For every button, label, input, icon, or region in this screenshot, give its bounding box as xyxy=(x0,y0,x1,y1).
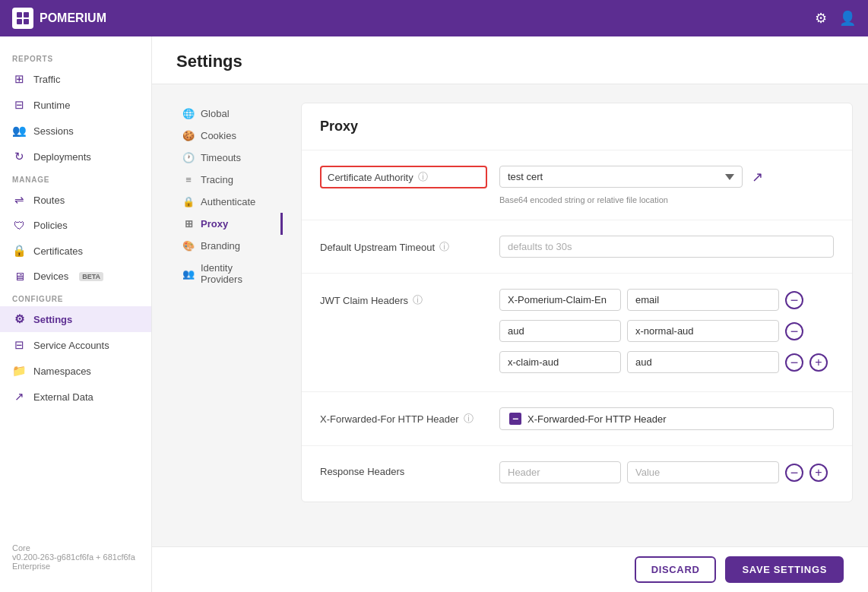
proxy-icon: ⊞ xyxy=(182,218,195,230)
x-forwarded-for-toggle[interactable]: − X-Forwarded-For HTTP Header xyxy=(499,407,834,430)
bottom-bar: DISCARD SAVE SETTINGS xyxy=(152,546,868,592)
subnav-item-cookies[interactable]: 🍪 Cookies xyxy=(176,125,283,147)
form-panel-title: Proxy xyxy=(302,103,852,150)
response-headers-row: Response Headers − + xyxy=(302,446,852,502)
jwt-row-0: − xyxy=(499,289,834,311)
logo: POMERIUM xyxy=(12,8,106,29)
jwt-remove-row-1-button[interactable]: − xyxy=(785,322,803,340)
jwt-value-2[interactable] xyxy=(627,351,779,373)
jwt-row-2: − + xyxy=(499,351,834,373)
sidebar-item-routes[interactable]: ⇌ Routes xyxy=(0,187,151,213)
jwt-add-row-button[interactable]: + xyxy=(809,353,828,372)
certificate-authority-select[interactable]: test cert xyxy=(499,166,743,188)
jwt-value-0[interactable] xyxy=(627,289,779,311)
edition-label: Enterprise xyxy=(12,562,139,571)
certificate-authority-hint: Base64 encoded string or relative file l… xyxy=(499,195,834,204)
discard-button[interactable]: DISCARD xyxy=(635,556,717,583)
jwt-claim-headers-label: JWT Claim Headers ⓘ xyxy=(320,289,487,307)
tracing-icon: ≡ xyxy=(182,174,195,185)
svg-rect-0 xyxy=(17,12,22,17)
subnav-item-branding[interactable]: 🎨 Branding xyxy=(176,235,283,257)
form-panel: Proxy Certificate Authority ⓘ test cert … xyxy=(301,103,853,502)
sidebar-item-runtime[interactable]: ⊟ Runtime xyxy=(0,92,151,118)
page-header: Settings xyxy=(152,36,868,84)
subnav-item-timeouts[interactable]: 🕐 Timeouts xyxy=(176,147,283,169)
jwt-row-1: − xyxy=(499,320,834,342)
external-data-icon: ↗ xyxy=(12,390,26,404)
top-navigation: POMERIUM ⚙ 👤 xyxy=(0,0,868,36)
namespaces-icon: 📁 xyxy=(12,364,26,378)
save-settings-button[interactable]: SAVE SETTINGS xyxy=(725,556,844,583)
manage-section-label: MANAGE xyxy=(0,169,151,187)
version-number: v0.200-263-g681cf6fa + 681cf6fa xyxy=(12,552,139,562)
sidebar-item-traffic[interactable]: ⊞ Traffic xyxy=(0,66,151,92)
certificate-authority-external-link-icon[interactable]: ↗ xyxy=(752,169,763,185)
subnav-item-authenticate[interactable]: 🔒 Authenticate xyxy=(176,191,283,213)
runtime-icon: ⊟ xyxy=(12,98,26,112)
sidebar-item-external-data[interactable]: ↗ External Data xyxy=(0,384,151,410)
jwt-claim-headers-controls: − − − + xyxy=(499,289,834,376)
cookies-icon: 🍪 xyxy=(182,130,195,141)
sidebar-item-policies[interactable]: 🛡 Policies xyxy=(0,213,151,238)
default-upstream-timeout-help-icon[interactable]: ⓘ xyxy=(439,240,449,254)
subnav-item-global[interactable]: 🌐 Global xyxy=(176,103,283,125)
logo-icon xyxy=(12,8,33,29)
certificate-authority-row: Certificate Authority ⓘ test cert ↗ Base… xyxy=(302,150,852,220)
devices-icon: 🖥 xyxy=(12,270,26,283)
page-title: Settings xyxy=(176,52,844,71)
sidebar-item-service-accounts[interactable]: ⊟ Service Accounts xyxy=(0,332,151,358)
response-header-key-input[interactable] xyxy=(499,461,621,483)
certificate-authority-label: Certificate Authority ⓘ xyxy=(320,166,487,188)
jwt-claim-headers-help-icon[interactable]: ⓘ xyxy=(413,293,423,307)
identity-providers-icon: 👥 xyxy=(182,268,195,280)
response-header-add-button[interactable]: + xyxy=(809,464,828,482)
jwt-key-0[interactable] xyxy=(499,289,621,311)
sidebar-item-namespaces[interactable]: 📁 Namespaces xyxy=(0,358,151,384)
routes-icon: ⇌ xyxy=(12,193,26,207)
global-icon: 🌐 xyxy=(182,108,195,119)
jwt-remove-row-0-button[interactable]: − xyxy=(785,291,803,309)
x-forwarded-for-minus-icon: − xyxy=(509,413,521,425)
sidebar: REPORTS ⊞ Traffic ⊟ Runtime 👥 Sessions ↻… xyxy=(0,36,152,592)
service-accounts-icon: ⊟ xyxy=(12,338,26,352)
x-forwarded-for-row: X-Forwarded-For HTTP Header ⓘ − X-Forwar… xyxy=(302,392,852,446)
sidebar-item-certificates[interactable]: 🔒 Certificates xyxy=(0,238,151,264)
sidebar-item-sessions[interactable]: 👥 Sessions xyxy=(0,118,151,144)
certificate-authority-help-icon[interactable]: ⓘ xyxy=(418,170,428,184)
response-header-value-input[interactable] xyxy=(627,461,779,483)
main-content: Settings 🌐 Global 🍪 Cookies 🕐 Timeouts xyxy=(152,36,868,592)
x-forwarded-for-help-icon[interactable]: ⓘ xyxy=(464,412,474,426)
jwt-claim-headers-row: JWT Claim Headers ⓘ − − xyxy=(302,274,852,392)
svg-rect-2 xyxy=(17,19,22,24)
sessions-icon: 👥 xyxy=(12,124,26,138)
certificate-authority-input-row: test cert ↗ xyxy=(499,166,834,188)
jwt-value-1[interactable] xyxy=(627,320,779,342)
deployments-icon: ↻ xyxy=(12,150,26,163)
certificate-authority-controls: test cert ↗ Base64 encoded string or rel… xyxy=(499,166,834,204)
subnav-item-proxy[interactable]: ⊞ Proxy xyxy=(176,213,283,235)
jwt-key-2[interactable] xyxy=(499,351,621,373)
response-headers-label: Response Headers xyxy=(320,461,487,477)
devices-beta-badge: BETA xyxy=(79,272,103,281)
settings-subnav: 🌐 Global 🍪 Cookies 🕐 Timeouts ≡ Tracing … xyxy=(176,103,283,502)
configure-section-label: CONFIGURE xyxy=(0,289,151,306)
version-core-label: Core xyxy=(12,543,139,552)
user-icon[interactable]: 👤 xyxy=(839,10,856,27)
jwt-remove-row-2-button[interactable]: − xyxy=(785,353,803,372)
sidebar-item-settings[interactable]: ⚙ Settings xyxy=(0,306,151,332)
reports-section-label: REPORTS xyxy=(0,49,151,66)
response-header-remove-button[interactable]: − xyxy=(785,464,803,482)
content-area: 🌐 Global 🍪 Cookies 🕐 Timeouts ≡ Tracing … xyxy=(152,84,868,521)
default-upstream-timeout-controls xyxy=(499,236,834,258)
traffic-icon: ⊞ xyxy=(12,72,26,86)
subnav-item-identity-providers[interactable]: 👥 Identity Providers xyxy=(176,257,283,290)
topnav-icons: ⚙ 👤 xyxy=(815,10,856,27)
subnav-item-tracing[interactable]: ≡ Tracing xyxy=(176,169,283,191)
jwt-key-1[interactable] xyxy=(499,320,621,342)
sidebar-item-deployments[interactable]: ↻ Deployments xyxy=(0,144,151,169)
default-upstream-timeout-input[interactable] xyxy=(499,236,834,258)
settings-icon[interactable]: ⚙ xyxy=(815,10,827,27)
certificates-icon: 🔒 xyxy=(12,244,26,258)
sidebar-item-devices[interactable]: 🖥 Devices BETA xyxy=(0,264,151,289)
svg-rect-3 xyxy=(24,19,29,24)
